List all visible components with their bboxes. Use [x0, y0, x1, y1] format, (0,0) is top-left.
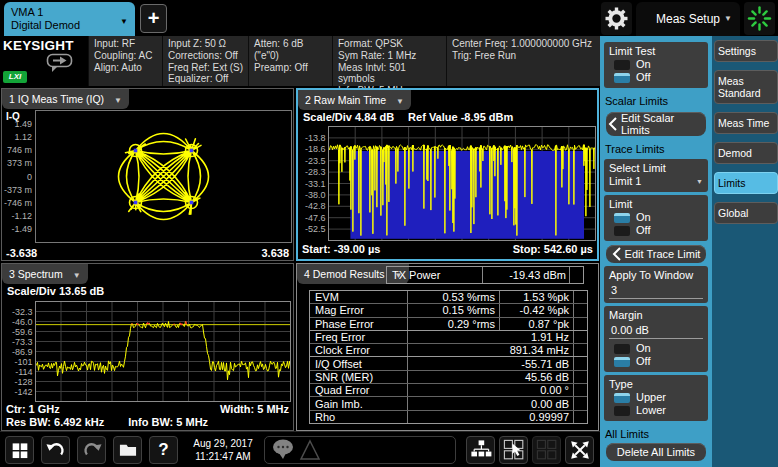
header-col-freq: Center Freq: 1.000000000 GHz Trig: Free …: [446, 36, 601, 86]
svg-text:-59.6: -59.6: [12, 327, 33, 337]
table-row: Phase Error0.29 °rms0.87 °pk: [310, 317, 587, 330]
toggle-indicator: [614, 60, 630, 70]
svg-text:-32.3: -32.3: [12, 307, 33, 317]
help-button[interactable]: ?: [149, 436, 178, 464]
svg-text:-47.6: -47.6: [305, 213, 326, 223]
type-group: Type Upper Lower: [604, 375, 708, 421]
toggle-indicator: [614, 226, 630, 236]
apply-to-window-value[interactable]: 3: [609, 282, 703, 299]
table-row: Gain Imb.0.00 dB: [310, 396, 587, 409]
limit-onoff-group: Limit On Off: [604, 195, 708, 241]
toggle-indicator: [614, 393, 630, 403]
window-demod-results: 4 Demod Results▼ TX Power -19.43 dBm EVM…: [296, 263, 599, 431]
margin-on-option[interactable]: On: [609, 342, 703, 355]
tab-demod[interactable]: Demod: [714, 142, 778, 164]
margin-value[interactable]: 0.00 dB: [609, 322, 703, 339]
svg-text:1.12: 1.12: [14, 132, 32, 142]
header-col-input: Input: RF Coupling: AC Align: Auto: [88, 36, 162, 86]
chevron-down-icon: ▼: [724, 2, 732, 36]
toggle-indicator: [614, 357, 630, 367]
busy-indicator-button[interactable]: [744, 2, 775, 35]
svg-text:-23.5: -23.5: [305, 156, 326, 166]
toggle-indicator: [614, 73, 630, 83]
alert-triangle-icon: [301, 441, 319, 459]
svg-text:-33.1: -33.1: [305, 179, 326, 189]
tab-meas-time[interactable]: Meas Time: [714, 112, 778, 134]
menu-tabs-column: Settings Meas Standard Meas Time Demod L…: [712, 36, 778, 467]
chevron-left-icon: [612, 247, 621, 261]
svg-text:-746 m: -746 m: [4, 198, 32, 208]
margin-group: Margin 0.00 dB On Off: [604, 306, 708, 372]
layout-tree-icon: [469, 438, 493, 462]
header-col-atten: Atten: 6 dB ("e"0) Preamp: Off: [248, 36, 332, 86]
windows-logo-icon: [9, 439, 31, 461]
grid-layout-button[interactable]: [532, 436, 561, 464]
table-row: Quad Error0.00 °: [310, 383, 587, 396]
svg-text:-46.0: -46.0: [12, 317, 33, 327]
type-upper-option[interactable]: Upper: [609, 391, 703, 404]
limit-on-option[interactable]: On: [609, 211, 703, 224]
datetime-display: Aug 29, 2017 11:21:47 AM: [184, 437, 262, 463]
message-area[interactable]: [264, 436, 456, 464]
windows-start-button[interactable]: [5, 436, 34, 464]
meas-setup-menu[interactable]: Meas Setup ▼: [636, 2, 740, 36]
window3-title-dropdown[interactable]: 3 Spectrum▼: [2, 264, 88, 284]
window-select-hand-icon: [502, 438, 526, 462]
select-window-button[interactable]: [499, 436, 528, 464]
svg-text:-128: -128: [14, 377, 32, 387]
limit-test-group: Limit Test On Off: [604, 42, 708, 88]
edit-scalar-limits-button[interactable]: Edit Scalar Limits: [606, 112, 706, 136]
table-row: I/Q Offset-55.71 dB: [310, 356, 587, 369]
table-row: Mag Error0.15 %rms-0.42 %pk: [310, 303, 587, 316]
limit-off-option[interactable]: Off: [609, 224, 703, 237]
table-row: Rho0.99997: [310, 410, 587, 423]
svg-text:373 m: 373 m: [7, 158, 32, 168]
raw-scale-line: Scale/Div 4.84 dBRef Value -8.95 dBm: [303, 111, 527, 123]
type-lower-option[interactable]: Lower: [609, 404, 703, 417]
status-header: KEYSIGHT LXI Input: RF Coupling: AC Alig…: [0, 36, 601, 86]
iq-constellation-plot: I-Q1.491.12746 m373 m0-373 m-746 m-1.12-…: [2, 109, 293, 247]
tab-global[interactable]: Global: [714, 202, 778, 224]
meas-setup-panel: Limit Test On Off Scalar Limits Edit Sca…: [600, 36, 712, 467]
window1-title-dropdown[interactable]: 1 IQ Meas Time (IQ)▼: [2, 89, 129, 109]
window2-title-dropdown[interactable]: 2 Raw Main Time▼: [298, 90, 411, 110]
fullscreen-button[interactable]: [565, 436, 594, 464]
add-mode-button[interactable]: +: [140, 4, 167, 33]
undo-button[interactable]: [41, 436, 70, 464]
mode-tab-vma[interactable]: VMA 1 Digital Demod ▼: [4, 2, 135, 36]
toggle-indicator: [614, 344, 630, 354]
chevron-down-icon: ▼: [120, 15, 128, 28]
apply-to-window-field[interactable]: Apply To Window 3: [604, 266, 708, 303]
undo-icon: [45, 439, 67, 461]
message-bubble-icon: [273, 440, 293, 460]
svg-text:-42.8: -42.8: [305, 201, 326, 211]
window-layout-button[interactable]: [466, 436, 495, 464]
svg-text:-13.8: -13.8: [305, 133, 326, 143]
file-open-button[interactable]: [113, 436, 142, 464]
tab-limits[interactable]: Limits: [714, 172, 778, 194]
chevron-down-icon: ▼: [73, 271, 81, 280]
system-settings-button[interactable]: [601, 2, 632, 35]
raw-x-axis-labels: Start: -39.00 µsStop: 542.60 µs: [298, 243, 597, 255]
table-row: Freq Error1.91 Hz: [310, 330, 587, 343]
raw-time-plot: -13.8-18.6-23.5-28.3-33.1-38.0-42.8-47.6…: [298, 125, 597, 243]
tab-settings[interactable]: Settings: [714, 40, 778, 62]
limit-test-on-option[interactable]: On: [609, 58, 703, 71]
margin-off-option[interactable]: Off: [609, 355, 703, 368]
select-limit-dropdown[interactable]: Select Limit Limit 1 ▼: [604, 159, 708, 192]
iq-x-axis-labels: -3.6383.638: [2, 247, 293, 259]
tab-meas-standard[interactable]: Meas Standard: [714, 70, 778, 104]
spectrum-axis-labels-2: Res BW: 6.492 kHzInfo BW: 5 MHz: [2, 416, 293, 428]
edit-trace-limit-button[interactable]: Edit Trace Limit: [606, 245, 706, 263]
spectrum-plot: -32.3-46.0-59.6-73.3-86.9-101-114-128-14…: [2, 300, 293, 404]
delete-all-limits-button[interactable]: Delete All Limits: [606, 443, 706, 461]
svg-text:-52.5: -52.5: [305, 224, 326, 234]
redo-button[interactable]: [77, 436, 106, 464]
redo-icon: [81, 439, 103, 461]
svg-text:-86.9: -86.9: [12, 347, 33, 357]
spectrum-scale-line: Scale/Div 13.65 dB: [7, 285, 118, 297]
svg-text:-114: -114: [15, 367, 32, 377]
chevron-down-icon: ▼: [696, 175, 703, 188]
limit-test-off-option[interactable]: Off: [609, 71, 703, 84]
chevron-down-icon: ▼: [396, 97, 404, 106]
